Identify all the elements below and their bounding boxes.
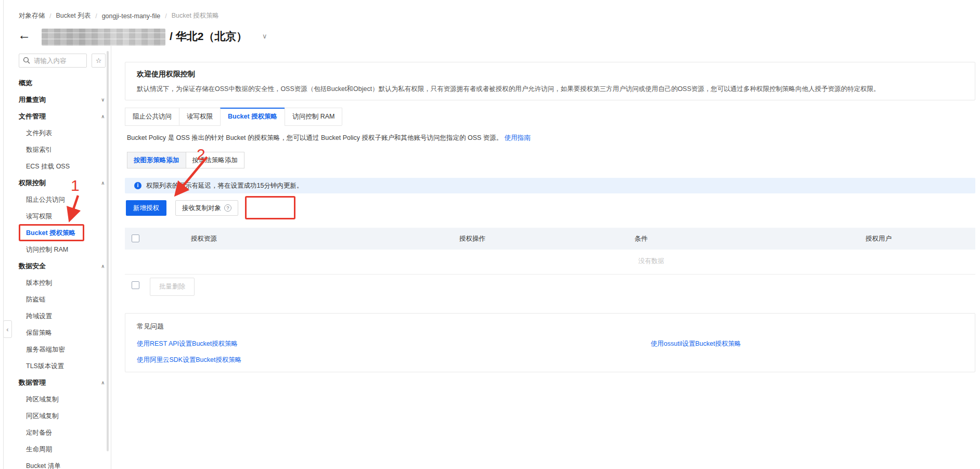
chevron-up-icon: ∧ [101,108,105,125]
breadcrumb-separator: / [95,12,97,20]
add-authorization-button[interactable]: 新增授权 [126,200,166,216]
table-empty-state: 没有数据 [638,257,664,266]
sidebar-item-ecs-mount-oss[interactable]: ECS 挂载 OSS [0,158,111,175]
sidebar-item-file-list[interactable]: 文件列表 [0,125,111,141]
sidebar-item-retention-policy[interactable]: 保留策略 [0,324,111,341]
faq-link-rest-api[interactable]: 使用REST API设置Bucket授权策略 [137,340,238,348]
footer-select-all-checkbox[interactable] [132,281,139,289]
favorite-star-icon[interactable]: ☆ [92,54,106,68]
sidebar-divider [111,46,111,469]
sidebar-item-scheduled-backup[interactable]: 定时备份 [0,424,111,441]
column-header-resource: 授权资源 [191,228,217,250]
column-header-condition: 条件 [635,228,648,250]
breadcrumb-separator: / [49,12,51,20]
add-by-syntax-policy-button[interactable]: 按语法策略添加 [186,152,245,168]
chevron-up-icon: ∧ [101,258,105,275]
welcome-description: 默认情况下，为保证存储在OSS中数据的安全性，OSS资源（包括Bucket和Ob… [137,85,963,94]
annotation-box-add-button [245,196,295,219]
annotation-step-1: 1 [71,177,80,194]
sidebar-menu: 概览 用量查询∨ 文件管理∧ 文件列表 数据索引 ECS 挂载 OSS 权限控制… [0,75,111,469]
usage-guide-link[interactable]: 使用指南 [505,134,531,141]
sidebar-item-block-public-access[interactable]: 阻止公共访问 [0,191,111,208]
tab-bucket-policy[interactable]: Bucket 授权策略 [220,108,285,126]
delay-notice-text: 权限列表的展示有延迟，将在设置成功15分钟内更新。 [146,181,303,190]
faq-panel: 常见问题 使用REST API设置Bucket授权策略 使用阿里云SDK设置Bu… [125,313,975,372]
sidebar-item-lifecycle[interactable]: 生命周期 [0,441,111,458]
sidebar-item-same-region-replication[interactable]: 同区域复制 [0,408,111,424]
sidebar-item-permission-control[interactable]: 权限控制∧ [0,175,111,191]
sidebar-item-tls-settings[interactable]: TLS版本设置 [0,358,111,374]
sidebar-item-cors-settings[interactable]: 跨域设置 [0,308,111,324]
table-bottom-border [125,274,975,275]
sidebar-item-data-indexing[interactable]: 数据索引 [0,141,111,158]
receive-copied-objects-button[interactable]: 接收复制对象 ? [175,200,238,216]
welcome-panel: 欢迎使用权限控制 默认情况下，为保证存储在OSS中数据的安全性，OSS资源（包括… [125,62,975,100]
policy-description: Bucket Policy 是 OSS 推出的针对 Bucket 的授权策略，您… [127,134,531,142]
add-policy-mode-switch: 按图形策略添加 按语法策略添加 [127,152,244,168]
sidebar-item-file-management[interactable]: 文件管理∧ [0,108,111,125]
faq-title: 常见问题 [137,322,164,331]
sidebar-collapse-button[interactable]: ‹ [3,320,12,338]
delay-notice-banner: i 权限列表的展示有延迟，将在设置成功15分钟内更新。 [125,178,975,193]
faq-link-ossutil[interactable]: 使用ossutil设置Bucket授权策略 [651,340,741,348]
faq-link-sdk[interactable]: 使用阿里云SDK设置Bucket授权策略 [137,356,241,364]
sidebar-item-usage-query[interactable]: 用量查询∨ [0,92,111,108]
tab-block-public-access[interactable]: 阻止公共访问 [125,108,179,125]
back-icon[interactable]: ← [18,28,31,43]
sidebar-item-bucket-inventory[interactable]: Bucket 清单 [0,458,111,469]
column-header-user: 授权用户 [866,228,892,250]
welcome-title: 欢迎使用权限控制 [137,70,963,79]
tab-ram-access-control[interactable]: 访问控制 RAM [285,108,342,125]
sidebar-item-data-security[interactable]: 数据安全∧ [0,258,111,275]
sidebar-item-overview[interactable]: 概览 [0,75,111,92]
main-content: 欢迎使用权限控制 默认情况下，为保证存储在OSS中数据的安全性，OSS资源（包括… [125,0,975,469]
sidebar-item-ram-access-control[interactable]: 访问控制 RAM [0,241,111,258]
sidebar-item-versioning[interactable]: 版本控制 [0,275,111,291]
breadcrumb-object-storage[interactable]: 对象存储 [19,11,45,20]
add-by-graphic-policy-button[interactable]: 按图形策略添加 [127,152,186,168]
breadcrumb-bucket-list[interactable]: Bucket 列表 [56,11,91,20]
annotation-step-2: 2 [197,146,205,163]
permission-tabs: 阻止公共访问 读写权限 Bucket 授权策略 访问控制 RAM [125,108,342,126]
select-all-checkbox[interactable] [132,234,139,242]
help-icon[interactable]: ? [224,204,231,212]
sidebar-item-server-side-encryption[interactable]: 服务器端加密 [0,341,111,358]
policy-table-header: 授权资源 授权操作 条件 授权用户 [125,228,975,250]
sidebar-item-hotlink-protection[interactable]: 防盗链 [0,291,111,308]
sidebar-item-cross-region-replication[interactable]: 跨区域复制 [0,391,111,408]
search-icon [23,57,30,64]
chevron-up-icon: ∧ [101,374,105,391]
sidebar-item-read-write-permission[interactable]: 读写权限 [0,208,111,225]
column-header-operation: 授权操作 [459,228,485,250]
sidebar-item-data-management[interactable]: 数据管理∧ [0,374,111,391]
tab-read-write-permission[interactable]: 读写权限 [179,108,221,125]
info-icon: i [134,182,141,189]
batch-delete-button[interactable]: 批量删除 [150,278,195,296]
chevron-down-icon: ∨ [101,92,105,108]
chevron-up-icon: ∧ [101,175,105,191]
sidebar-item-bucket-policy[interactable]: Bucket 授权策略 [0,225,111,241]
